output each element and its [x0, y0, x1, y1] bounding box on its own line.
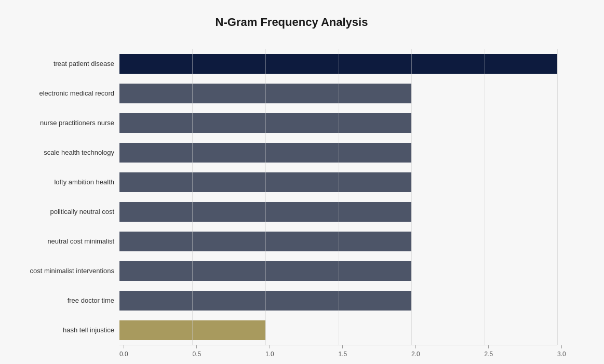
x-tick: 1.0	[265, 345, 274, 358]
bar-row: nurse practitioners nurse	[119, 108, 557, 138]
bar-row: electronic medical record	[119, 78, 557, 108]
x-tick-line	[270, 345, 270, 348]
x-tick-value: 2.0	[411, 350, 420, 358]
bar-fill	[119, 54, 557, 74]
bar-row: lofty ambition health	[119, 167, 557, 197]
bar-row: cost minimalist interventions	[119, 256, 557, 286]
bar-track	[119, 172, 557, 192]
x-tick-line	[196, 345, 197, 348]
chart-container: N-Gram Frequency Analysis treat patient …	[0, 0, 604, 364]
x-tick-line	[561, 345, 562, 348]
bar-row: neutral cost minimalist	[119, 226, 557, 256]
bar-track	[119, 232, 557, 251]
bar-label: nurse practitioners nurse	[0, 119, 114, 127]
chart-top-spacer	[119, 45, 557, 49]
grid-line	[557, 49, 558, 345]
x-axis: 0.00.51.01.52.02.53.0	[119, 345, 557, 364]
bar-label: electronic medical record	[0, 89, 114, 97]
x-tick: 1.5	[339, 345, 347, 358]
bar-label: cost minimalist interventions	[0, 267, 114, 275]
chart-body: treat patient diseaseelectronic medical …	[0, 49, 583, 345]
x-tick-value: 1.5	[339, 350, 347, 358]
bar-row: scale health technology	[119, 138, 557, 167]
bar-track	[119, 54, 557, 74]
bar-fill	[119, 291, 411, 311]
bar-fill	[119, 113, 411, 133]
x-tick-value: 1.0	[265, 350, 274, 358]
bar-track	[119, 143, 557, 163]
bar-label: lofty ambition health	[0, 178, 114, 186]
bar-label: politically neutral cost	[0, 208, 114, 215]
bar-track	[119, 320, 557, 340]
bar-label: treat patient disease	[0, 60, 114, 68]
x-tick-value: 0.5	[192, 350, 201, 358]
bar-fill	[119, 261, 411, 281]
x-tick: 0.0	[119, 345, 128, 358]
bar-track	[119, 84, 557, 103]
bar-label: scale health technology	[0, 149, 114, 156]
bar-track	[119, 261, 557, 281]
bar-row: politically neutral cost	[119, 197, 557, 226]
x-tick-value: 2.5	[485, 350, 493, 358]
x-tick-value: 0.0	[119, 350, 128, 358]
x-tick-line	[124, 345, 124, 348]
bar-fill	[119, 172, 411, 192]
x-tick-value: 3.0	[557, 350, 566, 358]
bar-track	[119, 202, 557, 222]
bar-track	[119, 113, 557, 133]
bar-label: free doctor time	[0, 296, 114, 304]
x-tick: 3.0	[557, 345, 566, 358]
bar-fill	[119, 84, 411, 103]
x-tick-line	[342, 345, 343, 348]
x-tick: 0.5	[192, 345, 201, 358]
bar-row: hash tell injustice	[119, 315, 557, 345]
bar-track	[119, 291, 557, 311]
bar-label: neutral cost minimalist	[0, 237, 114, 245]
x-tick-line	[415, 345, 416, 348]
x-tick-line	[488, 345, 489, 348]
bar-fill	[119, 232, 411, 251]
bar-fill	[119, 202, 411, 222]
bar-row: free doctor time	[119, 286, 557, 315]
x-tick: 2.0	[411, 345, 420, 358]
bar-label: hash tell injustice	[0, 326, 114, 334]
bar-fill	[119, 143, 411, 163]
chart-title: N-Gram Frequency Analysis	[0, 10, 583, 29]
x-tick: 2.5	[485, 345, 493, 358]
bars-area: treat patient diseaseelectronic medical …	[119, 49, 557, 345]
bar-row: treat patient disease	[119, 49, 557, 78]
bar-fill	[119, 320, 265, 340]
